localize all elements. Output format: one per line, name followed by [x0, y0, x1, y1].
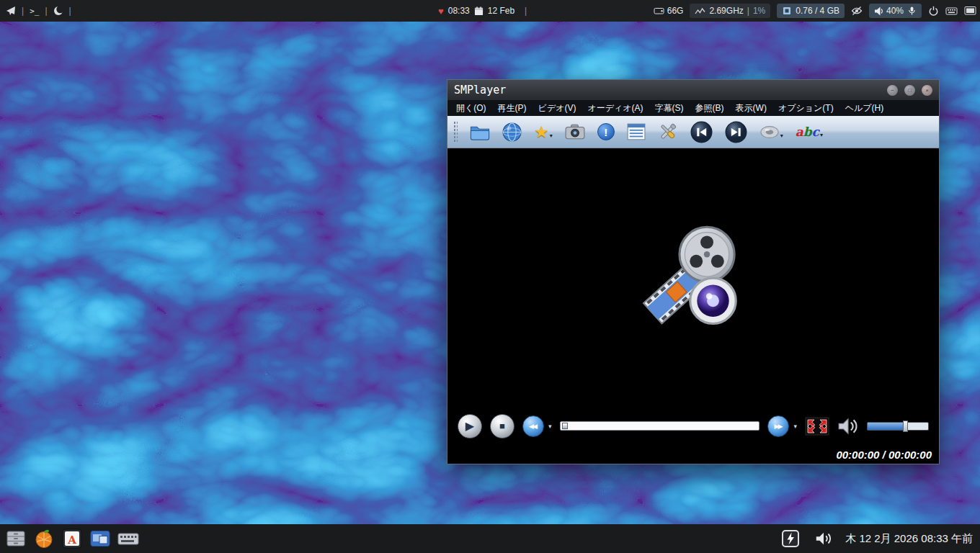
titlebar[interactable]: SMPlayer − □ × — [447, 80, 939, 100]
seek-slider[interactable] — [560, 421, 760, 431]
toolbar-drag-handle[interactable] — [453, 121, 458, 143]
menu-play[interactable]: 再生(P) — [492, 100, 533, 116]
menu-view[interactable]: 表示(W) — [730, 100, 772, 116]
keyboard-layout-icon[interactable] — [945, 6, 958, 16]
clementine-icon[interactable] — [32, 527, 55, 550]
volume-applet[interactable]: 40% — [869, 4, 922, 18]
smplayer-logo — [636, 224, 751, 331]
previous-icon — [690, 121, 713, 143]
clock-applet[interactable]: ♥ 08:33 12 Feb | — [438, 0, 527, 22]
preferences-button[interactable] — [656, 120, 680, 143]
panel-date: 12 Feb — [488, 6, 514, 16]
info-button[interactable]: ! — [596, 122, 616, 142]
display-icon[interactable] — [964, 6, 976, 16]
minimize-button[interactable]: − — [887, 85, 898, 96]
forward-dropdown-arrow[interactable]: ▾ — [793, 423, 797, 430]
volume-thumb[interactable] — [903, 421, 908, 432]
speaker-small-icon — [874, 6, 883, 16]
stop-button[interactable]: ■ — [490, 414, 514, 439]
rewind-dropdown-arrow[interactable]: ▾ — [548, 423, 552, 430]
cpu-divider: | — [747, 6, 749, 16]
disk-icon — [654, 6, 664, 16]
volume-icon — [837, 417, 859, 436]
star-icon: ★ — [534, 124, 549, 140]
fullscreen-icon — [805, 417, 829, 436]
subtitles-button[interactable]: abc ▾ — [794, 123, 824, 140]
globe-icon — [502, 122, 522, 142]
memory-icon — [782, 6, 792, 16]
play-button[interactable]: ▶ — [458, 414, 482, 439]
statusbar: 00:00:00 / 00:00:00 — [447, 446, 939, 464]
menu-help[interactable]: ヘルプ(H) — [839, 100, 890, 116]
mute-button[interactable] — [837, 417, 859, 436]
time-display: 00:00:00 / 00:00:00 — [836, 449, 932, 461]
send-icon[interactable] — [6, 6, 16, 16]
text-editor-icon[interactable]: A — [61, 527, 84, 550]
heart-icon: ♥ — [438, 6, 444, 17]
next-chapter-button[interactable] — [723, 120, 749, 145]
open-url-button[interactable] — [501, 121, 523, 143]
sound-indicator-icon[interactable] — [812, 527, 835, 550]
tools-icon — [658, 122, 678, 142]
rewind-button[interactable]: ◀◀ — [522, 415, 544, 437]
moon-icon[interactable] — [53, 6, 63, 16]
power-icon[interactable] — [928, 6, 939, 17]
rewind-icon: ◀◀ — [529, 423, 538, 430]
toolbar: ★ ▾ ! — [447, 116, 939, 148]
subtitles-dropdown-arrow[interactable]: ▾ — [820, 132, 823, 139]
open-file-button[interactable] — [468, 122, 491, 142]
onboard-keyboard-icon[interactable] — [117, 527, 140, 550]
menu-open[interactable]: 開く(O) — [450, 100, 492, 116]
memory-usage: 0.76 / 4 GB — [796, 6, 839, 16]
cpu-applet[interactable]: 2.69GHz | 1% — [690, 4, 770, 18]
panel-clock: 08:33 — [448, 6, 470, 16]
smplayer-window: SMPlayer − □ × 開く(O) 再生(P) ビデオ(V) オーディオ(… — [447, 79, 940, 464]
menu-subtitles[interactable]: 字幕(S) — [649, 100, 690, 116]
cpu-frequency: 2.69GHz — [709, 6, 743, 16]
taskbar: A — [0, 524, 980, 553]
forward-icon: ▶▶ — [775, 423, 783, 430]
video-area[interactable] — [447, 148, 939, 406]
forward-button[interactable]: ▶▶ — [767, 415, 789, 437]
eye-off-icon[interactable] — [851, 6, 863, 16]
file-manager-icon[interactable] — [4, 527, 27, 550]
menu-browse[interactable]: 参照(B) — [690, 100, 730, 116]
menu-video[interactable]: ビデオ(V) — [533, 100, 582, 116]
menu-audio[interactable]: オーディオ(A) — [582, 100, 649, 116]
seek-thumb[interactable] — [562, 423, 568, 429]
panel-separator: | — [525, 6, 527, 16]
maximize-button[interactable]: □ — [904, 85, 915, 96]
memory-applet[interactable]: 0.76 / 4 GB — [777, 4, 845, 18]
menubar: 開く(O) 再生(P) ビデオ(V) オーディオ(A) 字幕(S) 参照(B) … — [447, 100, 939, 116]
top-panel: | >_ | | ♥ 08:33 12 Feb | 66G 2.69GHz | … — [0, 0, 980, 22]
next-icon — [725, 121, 747, 143]
power-manager-icon[interactable] — [779, 527, 802, 550]
taskbar-clock[interactable]: 木 12 2月 2026 08:33 午前 — [845, 532, 973, 546]
volume-level: 40% — [886, 6, 904, 16]
svg-text:A: A — [67, 534, 76, 547]
terminal-icon[interactable]: >_ — [30, 6, 39, 16]
volume-slider[interactable] — [867, 422, 929, 431]
calendar-icon — [474, 6, 484, 16]
cpu-graph-icon — [695, 6, 705, 16]
panel-separator: | — [69, 6, 71, 16]
window-title: SMPlayer — [454, 84, 506, 96]
fullscreen-button[interactable] — [805, 417, 829, 436]
previous-chapter-button[interactable] — [689, 120, 714, 145]
window-switcher-icon[interactable] — [89, 527, 112, 550]
playlist-button[interactable] — [625, 121, 647, 143]
favorites-dropdown-arrow[interactable]: ▾ — [550, 132, 553, 140]
stop-icon: ■ — [499, 421, 505, 431]
menu-options[interactable]: オプション(T) — [772, 100, 839, 116]
disk-applet[interactable]: 66G — [654, 6, 684, 16]
microphone-icon — [907, 6, 917, 16]
panel-separator: | — [45, 6, 47, 16]
disk-usage: 66G — [667, 6, 684, 16]
abc-icon: abc — [796, 125, 819, 139]
close-button[interactable]: × — [922, 85, 932, 96]
volume-fill — [868, 423, 904, 430]
screenshot-button[interactable] — [564, 122, 587, 141]
disc-menu-button[interactable]: ▾ — [758, 123, 785, 141]
disc-dropdown-arrow[interactable]: ▾ — [780, 132, 783, 140]
favorites-button[interactable]: ★ ▾ — [533, 122, 554, 141]
